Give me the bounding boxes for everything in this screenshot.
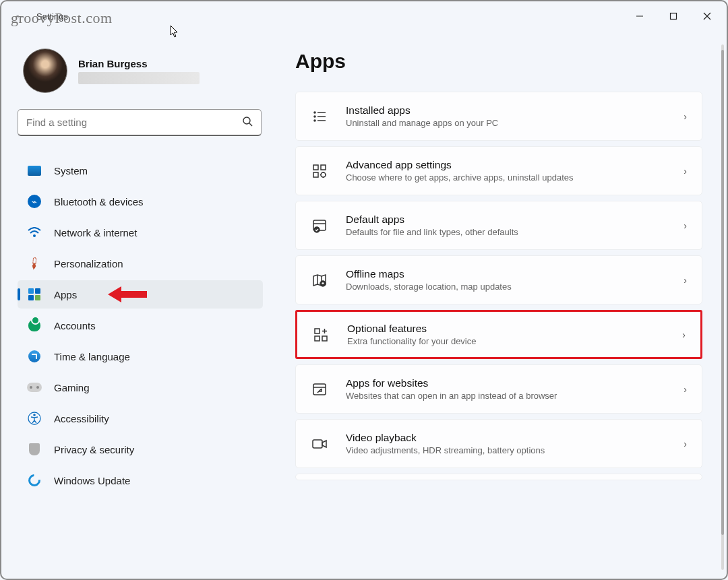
card-apps-for-websites[interactable]: Apps for websites Websites that can open… — [295, 364, 702, 414]
card-installed-apps[interactable]: Installed apps Uninstall and manage apps… — [295, 92, 702, 141]
svg-rect-17 — [321, 165, 326, 170]
svg-point-6 — [33, 234, 36, 237]
card-offline-maps[interactable]: Offline maps Downloads, storage location… — [295, 255, 702, 304]
nav-list: System ⌁ Bluetooth & devices Network & i… — [18, 156, 271, 494]
list-icon — [311, 109, 328, 124]
sidebar-item-accounts[interactable]: Accounts — [18, 311, 263, 340]
svg-rect-28 — [322, 336, 327, 341]
maximize-button[interactable] — [657, 3, 690, 29]
card-optional-features[interactable]: Optional features Extra functionality fo… — [295, 310, 702, 359]
svg-point-10 — [314, 112, 315, 113]
sidebar-item-apps[interactable]: Apps — [18, 280, 263, 309]
svg-line-5 — [249, 123, 252, 126]
svg-rect-18 — [313, 172, 318, 177]
sidebar-item-time[interactable]: Time & language — [18, 342, 263, 370]
scrollbar[interactable] — [721, 44, 724, 570]
search-box[interactable] — [18, 109, 262, 136]
sidebar-item-label: Bluetooth & devices — [54, 196, 144, 207]
svg-rect-27 — [315, 336, 320, 341]
sidebar-item-label: System — [54, 165, 88, 176]
sidebar: Brian Burgess System ⌁ Bluetooth & devic… — [1, 31, 271, 579]
sidebar-item-label: Gaming — [54, 382, 90, 393]
card-subtitle: Video adjustments, HDR streaming, batter… — [346, 445, 666, 455]
card-title: Advanced app settings — [346, 159, 666, 171]
svg-rect-26 — [315, 329, 320, 333]
card-partial[interactable] — [295, 474, 702, 480]
sidebar-item-label: Windows Update — [54, 475, 130, 486]
sidebar-item-accessibility[interactable]: Accessibility — [18, 404, 263, 432]
gamepad-icon — [27, 380, 42, 395]
video-icon — [311, 437, 328, 451]
map-icon — [311, 273, 328, 288]
profile-block[interactable]: Brian Burgess — [18, 38, 271, 109]
svg-rect-1 — [671, 13, 677, 20]
chevron-right-icon: › — [682, 329, 686, 340]
sidebar-item-update[interactable]: Windows Update — [18, 466, 263, 494]
card-title: Video playback — [346, 432, 666, 444]
card-title: Optional features — [347, 323, 665, 335]
svg-rect-31 — [313, 384, 326, 395]
sidebar-item-system[interactable]: System — [18, 156, 263, 185]
sidebar-item-label: Personalization — [54, 258, 123, 269]
card-subtitle: Downloads, storage location, map updates — [346, 282, 666, 292]
settings-window: groovyPost.com ← Settings Brian Burgess — [0, 0, 728, 580]
card-title: Installed apps — [346, 104, 666, 117]
sidebar-item-label: Accounts — [54, 320, 96, 331]
svg-point-9 — [33, 414, 36, 416]
window-check-icon — [311, 218, 328, 233]
card-subtitle: Extra functionality for your device — [347, 336, 665, 346]
card-subtitle: Uninstall and manage apps on your PC — [346, 118, 666, 128]
sidebar-item-network[interactable]: Network & internet — [18, 218, 263, 247]
sidebar-item-label: Accessibility — [54, 413, 109, 424]
card-video-playback[interactable]: Video playback Video adjustments, HDR st… — [295, 419, 702, 468]
page-title: Apps — [295, 50, 708, 73]
accessibility-icon — [27, 411, 42, 426]
annotation-arrow — [108, 285, 148, 304]
accounts-icon — [27, 318, 42, 333]
card-default-apps[interactable]: Default apps Defaults for file and link … — [295, 201, 702, 250]
card-subtitle: Defaults for file and link types, other … — [346, 227, 666, 237]
sidebar-item-gaming[interactable]: Gaming — [18, 373, 263, 401]
minimize-button[interactable] — [623, 3, 657, 29]
chevron-right-icon: › — [684, 439, 687, 449]
svg-point-19 — [321, 172, 326, 177]
apps-icon — [27, 287, 42, 302]
update-icon — [27, 473, 42, 488]
watermark-text: groovyPost.com — [11, 9, 113, 27]
bluetooth-icon: ⌁ — [27, 194, 42, 209]
close-button[interactable] — [690, 3, 724, 29]
user-email-redacted — [78, 72, 200, 84]
card-title: Offline maps — [346, 268, 666, 280]
sidebar-item-personalization[interactable]: 🖌 Personalization — [18, 249, 263, 278]
card-advanced-settings[interactable]: Advanced app settings Choose where to ge… — [295, 146, 702, 195]
system-icon — [27, 163, 42, 178]
shield-icon — [27, 442, 42, 457]
avatar — [23, 49, 67, 93]
sidebar-item-label: Apps — [54, 289, 77, 300]
svg-point-14 — [314, 120, 315, 121]
search-icon[interactable] — [242, 116, 253, 129]
chevron-right-icon: › — [684, 166, 687, 176]
brush-icon: 🖌 — [24, 253, 45, 274]
svg-rect-33 — [313, 440, 322, 448]
grid-plus-icon — [312, 327, 330, 342]
svg-point-12 — [314, 116, 315, 117]
chevron-right-icon: › — [684, 384, 687, 395]
sidebar-item-bluetooth[interactable]: ⌁ Bluetooth & devices — [18, 187, 263, 216]
card-title: Apps for websites — [346, 377, 666, 389]
user-name: Brian Burgess — [78, 58, 200, 69]
scrollbar-thumb[interactable] — [721, 50, 724, 535]
wifi-icon — [27, 225, 42, 240]
card-subtitle: Choose where to get apps, archive apps, … — [346, 172, 666, 183]
sidebar-item-label: Network & internet — [54, 227, 137, 238]
svg-marker-7 — [108, 286, 147, 302]
chevron-right-icon: › — [684, 220, 687, 231]
svg-rect-16 — [313, 165, 318, 170]
search-input[interactable] — [26, 117, 242, 128]
card-title: Default apps — [346, 214, 666, 226]
svg-point-4 — [243, 117, 250, 124]
sidebar-item-privacy[interactable]: Privacy & security — [18, 435, 263, 463]
window-link-icon — [311, 382, 328, 397]
chevron-right-icon: › — [684, 275, 687, 286]
card-subtitle: Websites that can open in an app instead… — [346, 391, 666, 401]
